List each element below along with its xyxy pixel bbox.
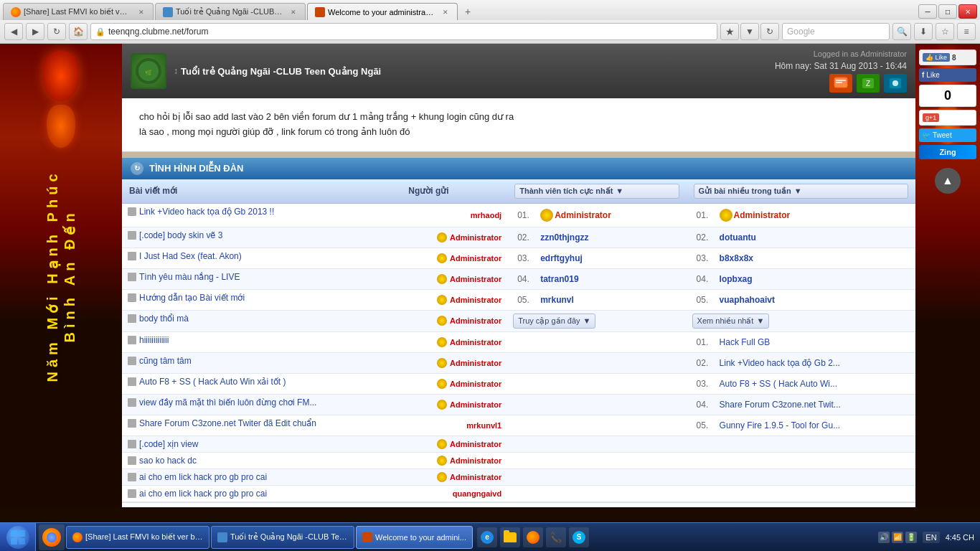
header-icon-3[interactable] <box>884 74 907 93</box>
bookmark-star-btn[interactable]: ☆ <box>936 23 954 40</box>
scroll-to-top-button[interactable]: ▲ <box>935 168 961 194</box>
most-viewed-link-4[interactable]: Share Forum C3zone.net Twit... <box>720 400 841 410</box>
ie-icon-inner: e <box>481 531 494 544</box>
active-member-5: 05. mrkunvl <box>507 289 686 310</box>
phone-icon-glyph: 📞 <box>550 532 562 543</box>
most-viewed-item-4: 04. Share Forum C3zone.net Twit... <box>687 394 915 415</box>
ie-icon[interactable]: e <box>477 527 497 547</box>
browser-tab-2[interactable]: Tuổi trẻ Quảng Ngãi -CLUB Teen Qu... ✕ <box>155 3 306 20</box>
recent-access-dropdown[interactable]: Truy cập gần đây ▼ <box>513 314 595 329</box>
maximize-button[interactable]: □ <box>938 4 957 19</box>
post-link-1[interactable]: Link +Video hack tọa độ Gb 2013 !! <box>139 207 274 217</box>
tweet-widget[interactable]: 🐦 Tweet <box>919 128 976 142</box>
post-link-5[interactable]: Hướng dẫn tạo Bài viết mới <box>139 293 245 303</box>
post-link-10[interactable]: view đầy mã mặt thì biến luôn đừng chơi … <box>139 397 316 408</box>
post-link-9[interactable]: Auto F8 + SS ( Hack Auto Win xải tốt ) <box>139 377 286 387</box>
browser-tab-3[interactable]: Welcome to your administration pa... ✕ <box>307 3 458 20</box>
home-button[interactable]: 🏠 <box>69 23 88 40</box>
post-link-15[interactable]: ai cho em lick hack pro gb pro cai <box>139 489 267 499</box>
poster-name-8: Administrator <box>450 359 501 367</box>
top-poster-name-1[interactable]: Administrator <box>734 210 791 220</box>
tab-1-close[interactable]: ✕ <box>137 8 146 17</box>
start-button[interactable] <box>0 523 36 552</box>
most-viewed-link-5[interactable]: Gunny Fire 1.9.5 - Tool for Gu... <box>720 420 841 430</box>
post-link-4[interactable]: Tình yêu màu nắng - LIVE <box>139 272 240 282</box>
col3-header: Thành viên tích cực nhất ▼ <box>507 179 686 204</box>
search-bar[interactable]: Google <box>782 23 890 40</box>
col2-header: Người gửi <box>401 179 507 204</box>
address-bar[interactable]: 🔒 teenqng.clubme.net/forum <box>90 23 717 40</box>
active-member-name-3[interactable]: edrftgyhuj <box>540 253 583 263</box>
top-poster-5: 05. vuaphahoaivt <box>687 289 915 310</box>
bookmark-button[interactable]: ▼ <box>740 23 759 40</box>
top-poster-3: 03. b8x8x8x <box>687 248 915 268</box>
forum-stats-table: Bài viết mới Người gửi Thành viên tích c… <box>122 179 915 502</box>
col4-header: Gửi bài nhiều trong tuần ▼ <box>687 179 915 204</box>
firefox-taskbar-icon[interactable] <box>39 524 65 550</box>
back-button[interactable]: ◀ <box>4 23 23 40</box>
most-viewed-link-2[interactable]: Link +Video hack tọa độ Gb 2... <box>720 358 840 368</box>
most-viewed-rank-3: 03. <box>697 379 717 389</box>
new-tab-button[interactable]: + <box>459 3 476 20</box>
tray-icon-3[interactable]: 🔋 <box>905 532 917 543</box>
reload-button[interactable]: ↻ <box>760 23 779 40</box>
active-member-3: 03. edrftgyhuj <box>507 248 686 268</box>
post-link-2[interactable]: [.code] body skin vẽ 3 <box>139 230 222 240</box>
poster-cell-10: Administrator <box>401 394 507 415</box>
zing-widget[interactable]: Zing <box>919 145 976 159</box>
post-link-14[interactable]: ai cho em lick hack pro gb pro cai <box>139 472 267 482</box>
active-member-name-4[interactable]: tatran019 <box>540 274 578 284</box>
post-icon-7 <box>128 336 136 344</box>
most-viewed-rank-5: 05. <box>697 420 717 430</box>
skype-icon[interactable]: S <box>569 527 589 547</box>
post-link-6[interactable]: body thổi mà <box>139 314 189 324</box>
fb-like-widget[interactable]: f Like <box>919 68 976 82</box>
menu-btn[interactable]: ≡ <box>957 23 976 40</box>
minimize-button[interactable]: ─ <box>918 4 937 19</box>
search-icon-btn[interactable]: 🔍 <box>892 23 911 40</box>
post-link-8[interactable]: cũng tâm tâm <box>139 356 192 366</box>
top-poster-name-5[interactable]: vuaphahoaivt <box>720 295 775 305</box>
post-link-3[interactable]: I Just Had Sex (feat. Akon) <box>139 251 242 261</box>
most-viewed-dropdown[interactable]: Xem nhiều nhất ▼ <box>692 314 770 329</box>
top-poster-name-3[interactable]: b8x8x8x <box>720 253 753 263</box>
firefox-quick-icon[interactable] <box>523 527 543 547</box>
most-viewed-link-1[interactable]: Hack Full GB <box>720 337 771 347</box>
like-widget-btn[interactable]: 👍 Like <box>923 53 950 62</box>
admin-badge-poster-12 <box>437 439 447 449</box>
most-viewed-link-3[interactable]: Auto F8 + SS ( Hack Auto Wi... <box>720 379 837 389</box>
google-plus-widget[interactable]: g+1 <box>919 110 976 126</box>
refresh-button[interactable]: ↻ <box>47 23 66 40</box>
post-link-13[interactable]: sao ko hack dc <box>139 456 197 466</box>
download-btn[interactable]: ⬇ <box>914 23 933 40</box>
poster-name-7: Administrator <box>450 338 501 347</box>
tray-icon-2[interactable]: 📶 <box>892 532 903 543</box>
close-button[interactable]: ✕ <box>958 4 977 19</box>
active-member-name-5[interactable]: mrkunvl <box>540 295 574 305</box>
active-member-name-1[interactable]: Administrator <box>555 210 611 220</box>
tray-icon-1[interactable]: 🔊 <box>878 532 890 543</box>
header-icon-1[interactable] <box>829 74 852 93</box>
star-button[interactable]: ★ <box>720 23 739 40</box>
phone-icon[interactable]: 📞 <box>546 527 566 547</box>
forward-button[interactable]: ▶ <box>26 23 44 40</box>
taskbar-tab-2[interactable]: Tuổi trẻ Quảng Ngãi -CLUB Teen Qu... <box>211 526 354 549</box>
top-poster-name-2[interactable]: dotuantu <box>720 232 756 242</box>
active-member-name-2[interactable]: zzn0thjngzz <box>540 232 588 242</box>
top-poster-name-4[interactable]: lopbxag <box>720 274 753 284</box>
tab-2-close[interactable]: ✕ <box>289 8 298 17</box>
browser-tab-1[interactable]: [Share] Last FMVI ko biết ver bao nhiê..… <box>3 3 154 20</box>
language-indicator[interactable]: EN <box>923 532 939 543</box>
tab-3-close[interactable]: ✕ <box>441 8 450 17</box>
g-plus-btn[interactable]: g+1 <box>923 113 939 122</box>
post-link-7[interactable]: hiiiiiiiiiiiii <box>139 335 169 345</box>
header-icon-2[interactable]: Z <box>857 74 880 93</box>
table-row: [.code] body skin vẽ 3 Administrator <box>122 227 915 248</box>
folder-icon[interactable] <box>500 527 520 547</box>
svg-text:Z: Z <box>866 80 870 88</box>
taskbar-tab-1[interactable]: [Share] Last FMVI ko biết ver bao nhiê..… <box>66 526 209 549</box>
top-poster-2: 02. dotuantu <box>687 227 915 248</box>
post-link-11[interactable]: Share Forum C3zone.net Twiter đã Edit ch… <box>139 418 316 428</box>
taskbar-tab-3[interactable]: Welcome to your admini... <box>356 526 473 549</box>
post-link-12[interactable]: [.code] xịn view <box>139 439 198 449</box>
